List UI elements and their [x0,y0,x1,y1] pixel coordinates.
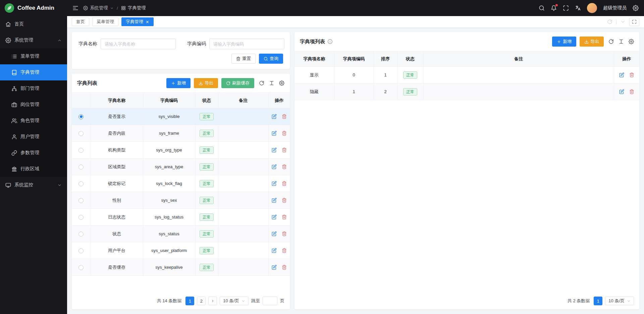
query-button[interactable]: 查询 [259,54,283,64]
delete-row-button[interactable] [282,231,287,236]
row-radio[interactable] [78,181,84,186]
delete-row-button[interactable] [282,265,287,270]
table-density-icon[interactable] [619,39,624,44]
table-density-icon[interactable] [269,80,274,86]
next-page-button[interactable] [208,297,217,305]
page-button-1[interactable]: 1 [185,297,194,305]
edit-row-button[interactable] [272,164,277,169]
edit-row-button[interactable] [272,265,277,270]
global-search-button[interactable] [539,5,545,11]
edit-row-button[interactable] [272,231,277,236]
delete-row-button[interactable] [282,131,287,136]
info-icon[interactable] [327,39,333,44]
sidebar-item-user-mgmt[interactable]: 用户管理 [0,129,67,145]
user-name[interactable]: 超级管理员 [603,5,627,11]
notifications-button[interactable] [551,5,557,11]
breadcrumb-item-system[interactable]: 系统管理 [83,5,114,11]
tab-2[interactable]: 字典管理 [121,17,154,26]
sidebar-item-dept-mgmt[interactable]: 部门管理 [0,80,67,97]
dict-add-button[interactable]: 新增 [166,78,191,88]
row-radio[interactable] [78,248,84,253]
table-refresh-icon[interactable] [608,39,614,44]
edit-row-button[interactable] [272,114,277,119]
dict-row-2[interactable]: 机构类型sys_org_type正常 [72,142,290,159]
language-button[interactable] [575,5,581,11]
edit-row-button[interactable] [619,89,624,94]
edit-row-button[interactable] [272,181,277,186]
dict-row-4[interactable]: 锁定标记sys_lock_flag正常 [72,175,290,192]
edit-row-button[interactable] [272,214,277,219]
delete-row-button[interactable] [282,147,287,152]
delete-row-button[interactable] [282,248,287,253]
sidebar-item-system[interactable]: 系统管理 [0,32,67,48]
dict-status-cell: 正常 [195,108,218,125]
sidebar-item-param-mgmt[interactable]: 参数管理 [0,145,67,161]
dict-row-6[interactable]: 日志状态sys_log_status正常 [72,209,290,226]
edit-row-button[interactable] [272,198,277,203]
dict-name-input[interactable] [101,39,176,49]
dict-row-9[interactable]: 是否缓存sys_keepalive正常 [72,259,290,276]
dict-row-8[interactable]: 用户平台sys_user_platform正常 [72,242,290,259]
delete-row-button[interactable] [282,198,287,203]
sidebar-item-post-mgmt[interactable]: 岗位管理 [0,97,67,113]
content-fullscreen-button[interactable] [629,18,639,26]
dict-list-header: 字典列表 新增 导出 刷新 [72,74,290,92]
sidebar-item-region-mgmt[interactable]: 行政区域 [0,161,67,177]
page-size-select[interactable]: 10 条/页 [605,297,634,305]
refresh-page-button[interactable] [607,19,612,24]
row-radio[interactable] [78,265,84,270]
row-radio[interactable] [78,114,84,119]
fullscreen-button[interactable] [563,5,569,11]
dict-row-1[interactable]: 是否内嵌sys_frame正常 [72,125,290,142]
tabs-menu-button[interactable] [620,19,626,24]
table-settings-icon[interactable] [629,39,634,44]
dict-item-row-0[interactable]: 显示01正常 [294,67,639,83]
row-radio[interactable] [78,131,84,136]
item-add-button[interactable]: 新增 [552,37,576,47]
delete-row-button[interactable] [629,89,634,94]
page-button-1[interactable]: 1 [594,297,602,305]
settings-button[interactable] [633,5,639,11]
dict-row-7[interactable]: 状态sys_status正常 [72,226,290,242]
edit-row-button[interactable] [272,248,277,253]
page-button-2[interactable]: 2 [197,297,206,305]
jump-page-input[interactable] [263,297,277,305]
sidebar-item-monitor[interactable]: 系统监控 [0,177,67,193]
row-radio[interactable] [78,232,84,237]
tab-1[interactable]: 菜单管理 [92,17,118,26]
user-avatar[interactable] [587,3,597,13]
sidebar-item-home[interactable]: 首页 [0,16,67,32]
dict-item-row-1[interactable]: 隐藏12正常 [294,83,639,100]
sidebar-item-role-mgmt[interactable]: 角色管理 [0,113,67,129]
edit-row-button[interactable] [272,147,277,152]
item-export-button[interactable]: 导出 [580,37,604,47]
delete-row-button[interactable] [282,181,287,186]
app-logo[interactable]: Coffee Admin [0,0,67,16]
row-radio[interactable] [78,148,84,153]
translate-icon [575,5,581,11]
dict-row-3[interactable]: 区域类型sys_area_type正常 [72,159,290,175]
refresh-cache-button[interactable]: 刷新缓存 [221,78,254,88]
row-radio[interactable] [78,215,84,220]
sidebar-item-dict-mgmt[interactable]: 字典管理 [0,64,67,80]
dict-code-input[interactable] [209,39,284,49]
sidebar-collapse-button[interactable] [72,5,78,11]
breadcrumb-item-dict[interactable]: 字典管理 [121,5,146,11]
delete-row-button[interactable] [629,72,634,77]
row-radio[interactable] [78,198,84,203]
tab-0[interactable]: 首页 [72,17,89,26]
edit-row-button[interactable] [619,72,624,77]
delete-row-button[interactable] [282,214,287,219]
delete-row-button[interactable] [282,114,287,119]
sidebar-item-menu-mgmt[interactable]: 菜单管理 [0,48,67,64]
table-refresh-icon[interactable] [259,80,264,86]
dict-row-0[interactable]: 是否显示sys_visible正常 [72,108,290,125]
page-size-select[interactable]: 10 条/页 [220,297,249,305]
dict-row-5[interactable]: 性别sys_sex正常 [72,192,290,209]
edit-row-button[interactable] [272,131,277,136]
table-settings-icon[interactable] [279,80,284,86]
row-radio[interactable] [78,165,84,170]
reset-button[interactable]: 重置 [231,54,256,64]
dict-export-button[interactable]: 导出 [194,78,218,88]
delete-row-button[interactable] [282,164,287,169]
